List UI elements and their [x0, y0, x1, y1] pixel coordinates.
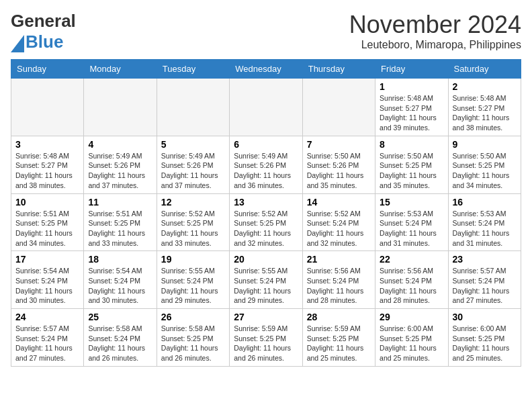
calendar-cell: 22Sunrise: 5:56 AMSunset: 5:24 PMDayligh… — [375, 251, 448, 309]
calendar-cell: 16Sunrise: 5:53 AMSunset: 5:24 PMDayligh… — [448, 193, 521, 251]
day-info: Sunrise: 5:49 AMSunset: 5:26 PMDaylight:… — [234, 151, 298, 191]
day-number: 7 — [307, 139, 371, 150]
day-info: Sunrise: 5:54 AMSunset: 5:24 PMDaylight:… — [88, 266, 152, 306]
day-info: Sunrise: 5:49 AMSunset: 5:26 PMDaylight:… — [161, 151, 225, 191]
calendar-cell: 21Sunrise: 5:56 AMSunset: 5:24 PMDayligh… — [302, 251, 375, 309]
calendar-cell: 20Sunrise: 5:55 AMSunset: 5:24 PMDayligh… — [230, 251, 302, 309]
day-number: 30 — [453, 312, 517, 322]
calendar-cell: 26Sunrise: 5:58 AMSunset: 5:25 PMDayligh… — [157, 309, 229, 367]
day-number: 2 — [453, 81, 517, 92]
col-header-saturday: Saturday — [448, 60, 521, 79]
calendar-week-1: 1Sunrise: 5:48 AMSunset: 5:27 PMDaylight… — [11, 79, 521, 136]
calendar-cell: 11Sunrise: 5:51 AMSunset: 5:25 PMDayligh… — [84, 193, 157, 251]
day-info: Sunrise: 5:50 AMSunset: 5:25 PMDaylight:… — [453, 151, 517, 191]
day-info: Sunrise: 5:53 AMSunset: 5:24 PMDaylight:… — [453, 209, 517, 248]
calendar-cell: 4Sunrise: 5:49 AMSunset: 5:26 PMDaylight… — [84, 136, 157, 193]
day-number: 26 — [161, 312, 225, 322]
calendar-week-3: 10Sunrise: 5:51 AMSunset: 5:25 PMDayligh… — [11, 193, 521, 251]
calendar-cell: 17Sunrise: 5:54 AMSunset: 5:24 PMDayligh… — [11, 251, 84, 309]
calendar-cell — [84, 79, 157, 136]
day-info: Sunrise: 5:51 AMSunset: 5:25 PMDaylight:… — [88, 209, 152, 248]
day-number: 9 — [453, 139, 517, 150]
calendar-cell: 12Sunrise: 5:52 AMSunset: 5:25 PMDayligh… — [157, 193, 229, 251]
calendar-cell — [230, 79, 302, 136]
day-number: 25 — [88, 312, 152, 322]
calendar-cell — [302, 79, 375, 136]
day-info: Sunrise: 5:48 AMSunset: 5:27 PMDaylight:… — [380, 93, 443, 133]
day-number: 20 — [234, 254, 298, 265]
day-number: 3 — [15, 139, 79, 150]
day-info: Sunrise: 5:58 AMSunset: 5:24 PMDaylight:… — [88, 324, 152, 363]
calendar-cell: 3Sunrise: 5:48 AMSunset: 5:27 PMDaylight… — [11, 136, 84, 193]
day-info: Sunrise: 5:54 AMSunset: 5:24 PMDaylight:… — [15, 266, 79, 306]
title-block: November 2024 Leuteboro, Mimaropa, Phili… — [349, 11, 521, 51]
day-number: 29 — [380, 312, 443, 322]
day-number: 4 — [88, 139, 152, 150]
day-info: Sunrise: 5:48 AMSunset: 5:27 PMDaylight:… — [453, 93, 517, 133]
calendar-cell — [11, 79, 84, 136]
calendar-cell: 5Sunrise: 5:49 AMSunset: 5:26 PMDaylight… — [157, 136, 229, 193]
day-number: 10 — [15, 197, 79, 208]
calendar-cell: 1Sunrise: 5:48 AMSunset: 5:27 PMDaylight… — [375, 79, 448, 136]
day-number: 12 — [161, 197, 225, 208]
logo-blue: Blue — [26, 32, 63, 52]
day-number: 5 — [161, 139, 225, 150]
calendar-cell: 25Sunrise: 5:58 AMSunset: 5:24 PMDayligh… — [84, 309, 157, 367]
day-number: 19 — [161, 254, 225, 265]
day-number: 28 — [307, 312, 371, 322]
calendar-cell: 7Sunrise: 5:50 AMSunset: 5:26 PMDaylight… — [302, 136, 375, 193]
logo-triangle — [11, 35, 24, 52]
day-info: Sunrise: 5:56 AMSunset: 5:24 PMDaylight:… — [307, 266, 371, 306]
calendar-cell: 8Sunrise: 5:50 AMSunset: 5:25 PMDaylight… — [375, 136, 448, 193]
day-info: Sunrise: 5:58 AMSunset: 5:25 PMDaylight:… — [161, 324, 225, 363]
month-title: November 2024 — [349, 11, 521, 39]
day-number: 16 — [453, 197, 517, 208]
calendar-table: SundayMondayTuesdayWednesdayThursdayFrid… — [11, 59, 521, 367]
col-header-wednesday: Wednesday — [230, 60, 302, 79]
day-info: Sunrise: 5:59 AMSunset: 5:25 PMDaylight:… — [234, 324, 298, 363]
col-header-monday: Monday — [84, 60, 157, 79]
location: Leuteboro, Mimaropa, Philippines — [349, 39, 521, 51]
logo-text: General — [11, 11, 76, 31]
calendar-cell: 10Sunrise: 5:51 AMSunset: 5:25 PMDayligh… — [11, 193, 84, 251]
day-number: 14 — [307, 197, 371, 208]
day-number: 18 — [88, 254, 152, 265]
day-info: Sunrise: 5:56 AMSunset: 5:24 PMDaylight:… — [380, 266, 443, 306]
day-number: 8 — [380, 139, 443, 150]
calendar-week-2: 3Sunrise: 5:48 AMSunset: 5:27 PMDaylight… — [11, 136, 521, 193]
day-info: Sunrise: 5:59 AMSunset: 5:25 PMDaylight:… — [307, 324, 371, 363]
day-info: Sunrise: 5:52 AMSunset: 5:24 PMDaylight:… — [307, 209, 371, 248]
calendar-cell: 6Sunrise: 5:49 AMSunset: 5:26 PMDaylight… — [230, 136, 302, 193]
day-number: 23 — [453, 254, 517, 265]
day-info: Sunrise: 5:51 AMSunset: 5:25 PMDaylight:… — [15, 209, 79, 248]
day-number: 24 — [15, 312, 79, 322]
calendar-cell: 30Sunrise: 6:00 AMSunset: 5:25 PMDayligh… — [448, 309, 521, 367]
calendar-cell: 18Sunrise: 5:54 AMSunset: 5:24 PMDayligh… — [84, 251, 157, 309]
day-number: 21 — [307, 254, 371, 265]
day-number: 11 — [88, 197, 152, 208]
day-info: Sunrise: 5:55 AMSunset: 5:24 PMDaylight:… — [161, 266, 225, 306]
calendar-cell: 24Sunrise: 5:57 AMSunset: 5:24 PMDayligh… — [11, 309, 84, 367]
col-header-thursday: Thursday — [302, 60, 375, 79]
col-header-friday: Friday — [375, 60, 448, 79]
day-number: 6 — [234, 139, 298, 150]
day-info: Sunrise: 5:50 AMSunset: 5:26 PMDaylight:… — [307, 151, 371, 191]
day-info: Sunrise: 5:55 AMSunset: 5:24 PMDaylight:… — [234, 266, 298, 306]
day-number: 22 — [380, 254, 443, 265]
calendar-cell: 27Sunrise: 5:59 AMSunset: 5:25 PMDayligh… — [230, 309, 302, 367]
calendar-cell: 14Sunrise: 5:52 AMSunset: 5:24 PMDayligh… — [302, 193, 375, 251]
calendar-week-5: 24Sunrise: 5:57 AMSunset: 5:24 PMDayligh… — [11, 309, 521, 367]
calendar-header-row: SundayMondayTuesdayWednesdayThursdayFrid… — [11, 60, 521, 79]
day-info: Sunrise: 5:57 AMSunset: 5:24 PMDaylight:… — [453, 266, 517, 306]
calendar-cell: 28Sunrise: 5:59 AMSunset: 5:25 PMDayligh… — [302, 309, 375, 367]
day-info: Sunrise: 5:49 AMSunset: 5:26 PMDaylight:… — [88, 151, 152, 191]
col-header-tuesday: Tuesday — [157, 60, 229, 79]
day-number: 1 — [380, 81, 443, 92]
calendar-cell: 23Sunrise: 5:57 AMSunset: 5:24 PMDayligh… — [448, 251, 521, 309]
day-info: Sunrise: 6:00 AMSunset: 5:25 PMDaylight:… — [380, 324, 443, 363]
calendar-cell: 9Sunrise: 5:50 AMSunset: 5:25 PMDaylight… — [448, 136, 521, 193]
calendar-week-4: 17Sunrise: 5:54 AMSunset: 5:24 PMDayligh… — [11, 251, 521, 309]
day-number: 13 — [234, 197, 298, 208]
day-info: Sunrise: 5:53 AMSunset: 5:24 PMDaylight:… — [380, 209, 443, 248]
day-info: Sunrise: 5:52 AMSunset: 5:25 PMDaylight:… — [234, 209, 298, 248]
